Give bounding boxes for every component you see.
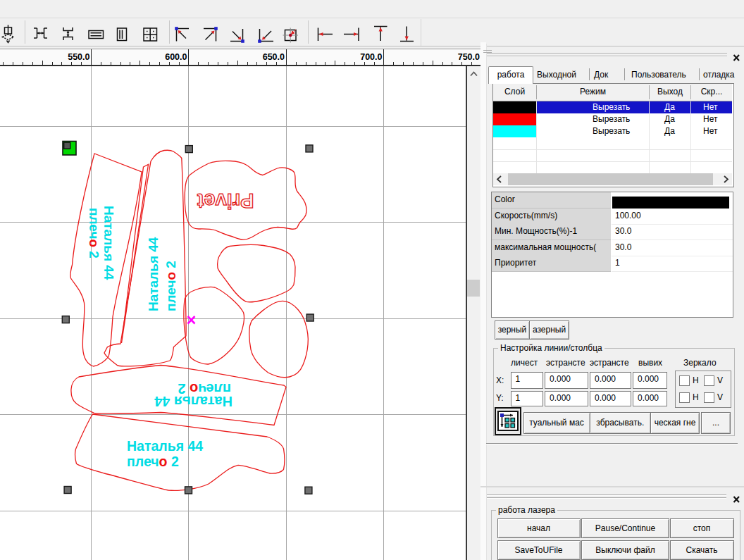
svg-text:Privet: Privet	[197, 189, 254, 212]
svg-text:Наталья 44: Наталья 44	[127, 438, 203, 454]
svg-text:плечо 2: плечо 2	[127, 454, 179, 469]
svg-text:плечо 2: плечо 2	[87, 208, 101, 259]
svg-text:Наталья 44: Наталья 44	[101, 206, 116, 280]
svg-text:Наталья 44: Наталья 44	[146, 237, 161, 311]
svg-text:плечо 2: плечо 2	[163, 261, 178, 311]
svg-text:плечо 2: плечо 2	[178, 381, 231, 397]
